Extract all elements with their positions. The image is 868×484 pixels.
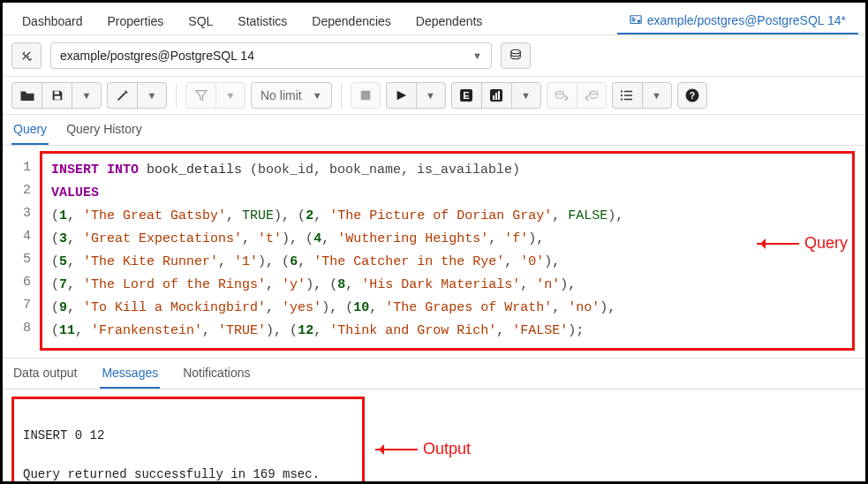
tab-dependencies[interactable]: Dependencies bbox=[299, 9, 404, 34]
svg-rect-9 bbox=[493, 95, 494, 100]
rollback-button[interactable] bbox=[577, 82, 607, 109]
explain-dropdown[interactable]: ▼ bbox=[511, 82, 541, 109]
svg-point-15 bbox=[621, 95, 623, 96]
macros-dropdown[interactable]: ▼ bbox=[642, 82, 672, 109]
new-connection-button[interactable] bbox=[501, 42, 531, 69]
database-icon bbox=[508, 48, 524, 64]
line-number: 3 bbox=[8, 202, 31, 225]
editor-tabs: Query Query History bbox=[3, 115, 865, 146]
toolbar-divider bbox=[176, 83, 177, 108]
tab-dashboard[interactable]: Dashboard bbox=[10, 9, 95, 34]
tab-statistics[interactable]: Statistics bbox=[225, 9, 299, 34]
line-number: 4 bbox=[8, 225, 31, 248]
filter-button[interactable] bbox=[185, 82, 215, 109]
messages-pane: INSERT 0 12 Query returned successfully … bbox=[11, 397, 365, 484]
chevron-down-icon: ▼ bbox=[82, 90, 92, 101]
result-tabs: Data output Messages Notifications bbox=[3, 358, 865, 389]
save-dropdown[interactable]: ▼ bbox=[72, 82, 102, 109]
line-number: 8 bbox=[8, 317, 31, 340]
help-icon: ? bbox=[684, 87, 700, 103]
svg-point-16 bbox=[621, 98, 623, 100]
play-icon bbox=[395, 89, 407, 102]
annotation-output: Output bbox=[375, 440, 471, 458]
svg-text:E: E bbox=[463, 90, 469, 101]
save-button[interactable] bbox=[42, 82, 72, 109]
line-number: 1 bbox=[8, 156, 31, 179]
svg-rect-11 bbox=[498, 91, 500, 100]
folder-icon bbox=[19, 88, 35, 102]
chevron-down-icon: ▼ bbox=[426, 90, 435, 101]
open-file-button[interactable] bbox=[11, 82, 42, 109]
help-button[interactable]: ? bbox=[677, 82, 707, 109]
save-icon bbox=[50, 88, 64, 102]
connection-select[interactable]: example/postgres@PostgreSQL 14 ▼ bbox=[50, 42, 492, 69]
chevron-down-icon: ▼ bbox=[147, 90, 157, 101]
tab-properties[interactable]: Properties bbox=[95, 9, 177, 34]
sql-editor: 1 2 3 4 5 6 7 8 INSERT INTO book_details… bbox=[8, 151, 855, 351]
tab-query[interactable]: Query bbox=[11, 115, 49, 145]
tab-query-tool[interactable]: example/postgres@PostgreSQL 14* bbox=[617, 8, 858, 34]
top-tabs: Dashboard Properties SQL Statistics Depe… bbox=[3, 3, 865, 35]
connection-status-button[interactable] bbox=[11, 42, 42, 69]
filter-dropdown[interactable]: ▼ bbox=[215, 82, 245, 109]
tab-notifications[interactable]: Notifications bbox=[181, 359, 252, 389]
svg-point-14 bbox=[621, 90, 623, 92]
connection-value: example/postgres@PostgreSQL 14 bbox=[60, 49, 254, 63]
svg-rect-3 bbox=[54, 91, 58, 94]
toolbar-divider bbox=[341, 83, 342, 108]
row-limit-label: No limit bbox=[260, 88, 302, 102]
explain-analyze-button[interactable] bbox=[481, 82, 511, 109]
macros-button[interactable] bbox=[612, 82, 642, 109]
chevron-down-icon: ▼ bbox=[226, 90, 236, 101]
stop-button[interactable] bbox=[351, 82, 381, 109]
row-limit-select[interactable]: No limit ▼ bbox=[251, 82, 332, 109]
chevron-down-icon: ▼ bbox=[652, 90, 661, 101]
svg-point-12 bbox=[555, 91, 563, 95]
chevron-down-icon: ▼ bbox=[313, 90, 322, 101]
explain-icon: E bbox=[459, 88, 473, 102]
stop-icon bbox=[359, 89, 372, 102]
tab-query-history[interactable]: Query History bbox=[64, 115, 144, 145]
rollback-icon bbox=[584, 88, 600, 102]
execute-dropdown[interactable]: ▼ bbox=[416, 82, 446, 109]
chevron-down-icon: ▼ bbox=[521, 90, 531, 101]
line-number: 7 bbox=[8, 294, 31, 317]
messages-line: Query returned successfully in 169 msec. bbox=[23, 467, 320, 481]
line-gutter: 1 2 3 4 5 6 7 8 bbox=[8, 151, 40, 351]
tab-messages[interactable]: Messages bbox=[100, 359, 160, 389]
query-toolbar: ▼ ▼ ▼ No limit ▼ bbox=[3, 77, 865, 115]
svg-rect-5 bbox=[360, 91, 370, 101]
chevron-down-icon: ▼ bbox=[472, 50, 482, 61]
edit-button[interactable] bbox=[107, 82, 137, 109]
svg-rect-4 bbox=[54, 96, 60, 100]
commit-icon bbox=[554, 88, 570, 102]
explain-button[interactable]: E bbox=[451, 82, 481, 109]
messages-line: INSERT 0 12 bbox=[23, 428, 104, 442]
plug-icon bbox=[19, 48, 34, 64]
commit-button[interactable] bbox=[547, 82, 577, 109]
query-tool-icon bbox=[630, 14, 642, 26]
svg-text:?: ? bbox=[689, 90, 694, 101]
query-tool-label: example/postgres@PostgreSQL 14* bbox=[647, 13, 846, 27]
execute-button[interactable] bbox=[386, 82, 416, 109]
analyze-icon bbox=[489, 88, 503, 102]
connection-bar: example/postgres@PostgreSQL 14 ▼ bbox=[3, 35, 865, 77]
svg-point-13 bbox=[589, 91, 597, 95]
tab-dependents[interactable]: Dependents bbox=[404, 9, 495, 34]
line-number: 6 bbox=[8, 271, 31, 294]
tab-sql[interactable]: SQL bbox=[176, 9, 225, 34]
line-number: 5 bbox=[8, 248, 31, 271]
sql-text-area[interactable]: INSERT INTO book_details (book_id, book_… bbox=[40, 151, 855, 351]
pencil-icon bbox=[116, 88, 130, 102]
svg-point-2 bbox=[511, 49, 521, 54]
funnel-icon bbox=[194, 88, 208, 102]
edit-dropdown[interactable]: ▼ bbox=[137, 82, 167, 109]
list-icon bbox=[619, 88, 635, 102]
line-number: 2 bbox=[8, 179, 31, 202]
svg-point-1 bbox=[637, 19, 640, 23]
tab-data-output[interactable]: Data output bbox=[11, 359, 79, 389]
svg-rect-10 bbox=[495, 93, 497, 100]
